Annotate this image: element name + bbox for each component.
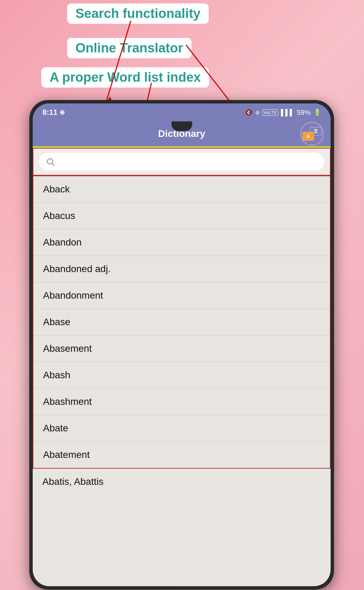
battery-label: 59%	[297, 109, 311, 117]
word-list-item[interactable]: Abacus	[33, 203, 330, 229]
battery-icon: 🔋	[313, 109, 321, 116]
phone-frame: 8:11 ⊕ 🔇 ⊛ VoLTE ▌▌▌ 59% 🔋 Dictionary 文 …	[29, 100, 334, 590]
time-display: 8:11	[42, 108, 58, 117]
word-list-item[interactable]: Abash	[33, 362, 330, 389]
status-time: 8:11 ⊕	[42, 108, 65, 117]
lte-icon: VoLTE	[262, 109, 278, 116]
partial-word-item[interactable]: Abatis, Abattis	[33, 469, 331, 495]
svg-line-0	[107, 21, 131, 100]
word-list: AbackAbacusAbandonAbandoned adj.Abandonm…	[33, 176, 331, 469]
svg-line-7	[52, 163, 54, 166]
word-list-item[interactable]: Abashment	[33, 389, 330, 415]
word-list-item[interactable]: Abandoned adj.	[33, 256, 330, 282]
translate-button[interactable]: 文 A	[300, 122, 324, 146]
svg-line-2	[186, 45, 234, 107]
annotation-area: Search functionality Online Translator A…	[0, 0, 364, 107]
label-search-functionality: Search functionality	[67, 3, 209, 24]
wifi-icon: ⊛	[255, 109, 260, 116]
search-input-wrapper[interactable]	[39, 153, 324, 171]
word-list-item[interactable]: Abate	[33, 415, 330, 442]
word-list-item[interactable]: Abatement	[33, 442, 330, 468]
search-input[interactable]	[59, 157, 318, 166]
camera-notch	[171, 121, 192, 131]
mute-icon: 🔇	[245, 109, 252, 116]
translate-icon: 文 A	[302, 127, 322, 141]
status-icons: 🔇 ⊛ VoLTE ▌▌▌ 59% 🔋	[245, 109, 321, 117]
label-word-list-index: A proper Word list index	[41, 67, 209, 88]
word-list-item[interactable]: Aback	[33, 176, 330, 203]
whatsapp-icon: ⊕	[60, 109, 65, 116]
word-list-item[interactable]: Abasement	[33, 336, 330, 362]
word-list-item[interactable]: Abase	[33, 309, 330, 336]
phone-screen: 8:11 ⊕ 🔇 ⊛ VoLTE ▌▌▌ 59% 🔋 Dictionary 文 …	[33, 103, 331, 586]
search-container	[33, 148, 331, 176]
word-list-item[interactable]: Abandonment	[33, 282, 330, 309]
word-list-item[interactable]: Abandon	[33, 229, 330, 256]
translate-icon-bottom: A	[302, 132, 314, 141]
signal-icon: ▌▌▌	[281, 109, 294, 116]
status-bar: 8:11 ⊕ 🔇 ⊛ VoLTE ▌▌▌ 59% 🔋	[33, 103, 331, 121]
label-online-translator: Online Translator	[67, 38, 191, 58]
search-icon	[46, 157, 55, 167]
